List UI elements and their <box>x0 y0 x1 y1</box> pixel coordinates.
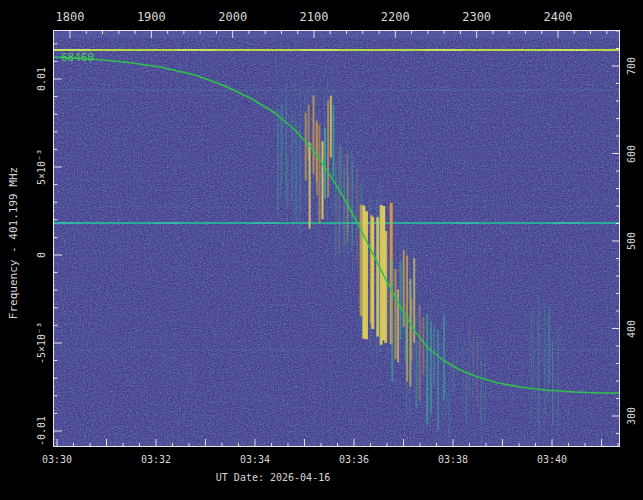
signal-stripe <box>365 211 368 339</box>
signal-stripe-halo <box>410 280 411 393</box>
signal-stripe <box>552 342 553 426</box>
signal-stripe <box>395 269 397 359</box>
signal-stripe-halo <box>277 95 278 239</box>
signal-stripe-halo <box>449 371 450 444</box>
signal-stripe-halo <box>319 108 320 257</box>
signal-stripe <box>330 96 332 158</box>
bottom-axis-tick-label: 03:30 <box>42 454 72 465</box>
signal-stripe <box>539 296 540 434</box>
signal-stripe-halo <box>280 80 281 205</box>
signal-stripe-halo <box>295 62 296 235</box>
signal-stripe <box>391 260 393 382</box>
signal-stripe-halo <box>446 352 447 438</box>
left-axis-tick-label: -5×10⁻³ <box>36 322 47 364</box>
satellite-id-annotation: 68460 <box>61 51 94 64</box>
top-axis-tick-label: 1800 <box>56 10 85 24</box>
signal-stripe <box>371 217 374 329</box>
signal-stripe-halo <box>300 69 301 243</box>
signal-stripe-halo <box>430 301 431 430</box>
signal-stripe <box>537 315 538 423</box>
signal-stripe-halo <box>481 335 482 441</box>
signal-stripe <box>426 314 428 424</box>
signal-stripe-halo <box>558 316 559 458</box>
top-axis-tick-label: 2100 <box>300 10 329 24</box>
signal-stripe-halo <box>286 76 287 227</box>
signal-stripe <box>453 354 454 394</box>
signal-stripe <box>473 336 474 396</box>
right-axis-tick-label: 400 <box>626 319 637 337</box>
signal-stripe-halo <box>403 231 404 334</box>
top-axis-tick-label: 1900 <box>137 10 166 24</box>
signal-stripe <box>477 334 478 406</box>
signal-stripe <box>422 318 424 375</box>
bottom-axis-tick-label: 03:38 <box>438 454 468 465</box>
top-axis-tick-label: 2300 <box>462 10 491 24</box>
signal-stripe <box>299 124 300 238</box>
signal-stripe-halo <box>443 300 444 425</box>
signal-stripe-halo <box>324 100 325 199</box>
signal-stripe <box>463 346 464 415</box>
signal-stripe <box>549 307 550 383</box>
right-axis-tick-label: 300 <box>626 407 637 425</box>
right-axis-tick-label: 700 <box>626 57 637 75</box>
signal-stripe <box>384 231 387 343</box>
signal-stripe-halo <box>360 184 361 331</box>
signal-stripe <box>322 141 324 219</box>
signal-stripe <box>296 119 297 219</box>
signal-stripe-halo <box>362 179 363 337</box>
bottom-axis-tick-label: 03:34 <box>240 454 270 465</box>
signal-stripe <box>341 146 342 195</box>
signal-stripe-halo <box>344 147 345 272</box>
x-axis-date-title: UT Date: 2026-04-16 <box>216 472 330 483</box>
signal-stripe-halo <box>305 93 306 206</box>
signal-stripe-halo <box>400 242 401 366</box>
signal-stripe <box>309 143 311 229</box>
signal-stripe-halo <box>370 195 371 346</box>
signal-stripe-halo <box>533 290 534 414</box>
spectrogram-plot <box>0 0 643 500</box>
bottom-axis-tick-label: 03:36 <box>339 454 369 465</box>
signal-stripe-halo <box>332 91 333 216</box>
signal-stripe <box>287 153 288 209</box>
left-axis-tick-label: -0.01 <box>36 416 47 446</box>
spectrogram-window: Frequency - 401.199 MHz UT Date: 2026-04… <box>0 0 643 500</box>
signal-stripe <box>437 330 439 430</box>
signal-stripe-halo <box>376 200 377 365</box>
signal-stripe <box>415 340 417 409</box>
signal-stripe <box>351 150 352 252</box>
signal-stripe <box>545 304 546 416</box>
signal-stripe <box>316 123 318 196</box>
signal-stripe-halo <box>335 146 336 281</box>
bottom-axis-tick-label: 03:40 <box>537 454 567 465</box>
signal-stripe-halo <box>327 80 328 228</box>
right-axis-tick-label: 600 <box>626 144 637 162</box>
signal-stripe-halo <box>485 342 486 436</box>
signal-stripe-halo <box>466 351 467 432</box>
signal-stripe-halo <box>339 119 340 270</box>
signal-stripe <box>433 326 435 387</box>
top-axis-tick-label: 2200 <box>381 10 410 24</box>
top-axis-tick-label: 2400 <box>544 10 573 24</box>
right-axis-tick-label: 500 <box>626 232 637 250</box>
bottom-axis-tick-label: 03:32 <box>141 454 171 465</box>
signal-stripe <box>282 105 283 183</box>
left-axis-tick-label: 0.01 <box>36 67 47 91</box>
signal-stripe <box>531 310 532 423</box>
signal-stripe <box>457 328 458 379</box>
signal-stripe-halo <box>469 298 470 419</box>
signal-stripe-halo <box>357 143 358 292</box>
left-axis-tick-label: 5×10⁻³ <box>36 149 47 185</box>
signal-stripe-halo <box>348 149 349 258</box>
left-axis-tick-label: 0 <box>36 252 47 258</box>
top-edge-band <box>53 30 620 38</box>
top-axis-tick-label: 2000 <box>218 10 247 24</box>
signal-stripe-halo <box>352 136 353 272</box>
signal-stripe-halo <box>308 90 309 188</box>
signal-stripe-halo <box>419 288 420 422</box>
y-axis-title: Frequency - 401.199 MHz <box>7 167 20 319</box>
signal-stripe-halo <box>313 80 314 191</box>
signal-stripe-halo <box>347 132 348 250</box>
signal-stripe-halo <box>413 238 414 359</box>
noise-teal-rows-layer <box>53 30 620 447</box>
